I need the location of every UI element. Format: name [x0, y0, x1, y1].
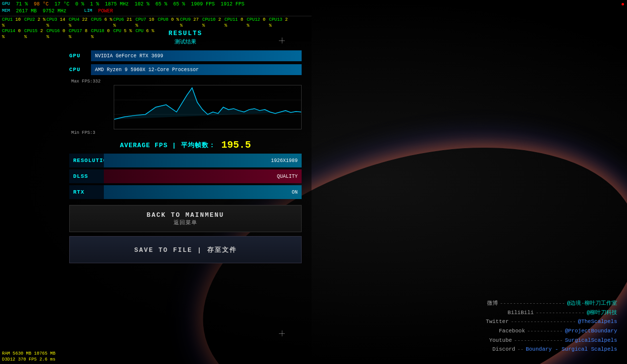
cpu-item-15: CPU16 0 % — [46, 29, 69, 40]
lim-val: POWER — [98, 8, 113, 15]
cpu-item-11: CPU12 0 % — [247, 17, 269, 29]
cpu-item-14: CPU15 2 % — [24, 29, 46, 40]
resolution-row: RESOLUTION 1926X1989 — [69, 154, 302, 167]
discord-row: Discord -- Boundary - Surgical Scalpels — [486, 345, 617, 354]
results-subtitle: 测试结果 — [69, 38, 302, 45]
gpu-label: GPU — [2, 1, 10, 8]
bilibili-divider: --------------- — [536, 308, 584, 318]
d3d-stat: D3D12 370 FPS 2.6 ms — [2, 357, 67, 363]
resolution-bar: 1926X1989 — [104, 154, 302, 167]
social-panel: 微博 -------------------- @边境·柳叶刀工作室 BiliB… — [486, 299, 617, 354]
dlss-row: DLSS QUALITY — [69, 169, 302, 183]
d3d-label: D3D12 — [2, 357, 15, 362]
cpu-item-12: CPU13 2 % — [269, 17, 291, 29]
gpu-result-label: GPU — [69, 53, 89, 59]
save-label: SAVE TO FILE | 存至文件 — [134, 245, 236, 254]
twitter-platform: Twitter — [486, 317, 509, 326]
results-title: RESULTS — [69, 30, 302, 37]
youtube-handle: SurgicalScalpels — [565, 336, 617, 345]
youtube-divider: --------------- — [514, 336, 563, 345]
max-fps-label: Max FPS:332 — [71, 79, 302, 84]
cpu-item-7: CPU8 0 % — [158, 17, 180, 29]
weibo-divider: -------------------- — [500, 299, 565, 308]
cpu-item-4: CPU5 6 % — [91, 17, 113, 29]
gpu-val5: 1 % — [90, 1, 99, 8]
gpu-result-bar: NVIDIA GeForce RTX 3699 — [91, 50, 302, 61]
dlss-label: DLSS — [69, 173, 104, 179]
mem-val2: 9752 MHz — [43, 8, 66, 15]
rtx-bar: ON — [104, 185, 302, 199]
d3d-val1: 370 FPS — [18, 357, 37, 362]
weibo-platform: 微博 — [487, 299, 498, 308]
weibo-handle: @边境·柳叶刀工作室 — [567, 299, 617, 308]
facebook-row: Facebook ----------- @ProjectBoundary — [486, 326, 617, 336]
lim-label: LIM — [84, 8, 92, 15]
mem-label: MEM — [2, 8, 10, 15]
ram-label: RAM — [2, 351, 10, 356]
bilibili-platform: BiliBili — [508, 308, 534, 318]
hud-panel: GPU 71 % 98 °C 17 °C 0 % 1 % 1875 MHz 10… — [0, 0, 312, 364]
cpu-item-0: CPU1 10 % — [2, 17, 24, 29]
ram-stat: RAM 5630 MB 10765 MB — [2, 351, 67, 357]
top-row-1: GPU 71 % 98 °C 17 °C 0 % 1 % 1875 MHz 10… — [2, 1, 310, 8]
red-indicator — [622, 3, 624, 5]
min-fps-label: Min FPS:3 — [71, 130, 302, 135]
gpu-fps1: 1909 FPS — [191, 1, 215, 8]
avg-fps-display: AVERAGE FPS | 平均帧数： 195.5 — [69, 139, 302, 151]
twitter-divider: -------------------- — [511, 317, 576, 326]
discord-divider: -- — [517, 345, 524, 354]
gpu-val8: 65 % — [155, 1, 167, 8]
gpu-val9: 65 % — [173, 1, 185, 8]
cpu-item-5: CPU6 21 % — [113, 17, 135, 29]
avg-fps-label: AVERAGE FPS | 平均帧数： — [120, 141, 215, 150]
fps-graph-container: Max FPS:332 Min FPS:3 — [69, 79, 302, 135]
gpu-fan: 0 % — [75, 1, 84, 8]
gpu-result-value: NVIDIA GeForce RTX 3699 — [95, 53, 163, 59]
back-sub-label: 返回菜单 — [174, 219, 197, 226]
cpu-item-2: CPU3 14 % — [46, 17, 69, 29]
cpu-item-10: CPU11 8 % — [224, 17, 247, 29]
gpu-usage: 71 % — [16, 1, 28, 8]
twitter-row: Twitter -------------------- @TheScalpel… — [486, 317, 617, 326]
gpu-temp: 98 °C — [34, 1, 48, 8]
facebook-platform: Facebook — [499, 326, 525, 336]
rtx-row: RTX ON — [69, 185, 302, 199]
dlss-bar: QUALITY — [104, 169, 302, 183]
dlss-value: QUALITY — [277, 174, 298, 179]
weibo-row: 微博 -------------------- @边境·柳叶刀工作室 — [486, 299, 617, 308]
facebook-divider: ----------- — [527, 326, 563, 336]
ram-val2: 10765 MB — [34, 351, 55, 356]
results-panel: RESULTS 测试结果 GPU NVIDIA GeForce RTX 3699… — [69, 30, 302, 267]
cpu-item-13: CPU14 0 % — [2, 29, 24, 40]
twitter-handle: @TheScalpels — [578, 317, 617, 326]
top-stats-bar: GPU 71 % 98 °C 17 °C 0 % 1 % 1875 MHz 10… — [0, 0, 312, 16]
d3d-val2: 2.6 ms — [40, 357, 55, 362]
gpu-val7: 102 % — [134, 1, 149, 8]
avg-fps-value: 195.5 — [222, 139, 251, 151]
cpu-result-bar: AMD Ryzen 9 5960X 12-Core Processor — [91, 64, 302, 75]
back-to-mainmenu-button[interactable]: BACK TO MAINMENU 返回菜单 — [69, 205, 302, 232]
discord-platform: Discord — [493, 345, 515, 354]
cpu-result-label: CPU — [69, 67, 89, 73]
cpu-item-6: CPU7 10 % — [135, 17, 158, 29]
cpu-result-value: AMD Ryzen 9 5960X 12-Core Processor — [95, 67, 199, 73]
youtube-platform: Youtube — [489, 336, 512, 345]
top-row-2: MEM 2617 MB 9752 MHz LIM POWER — [2, 8, 310, 15]
cpu-item-8: CPU9 27 % — [180, 17, 202, 29]
bilibili-handle: @柳叶刀科技 — [586, 308, 617, 318]
button-container: BACK TO MAINMENU 返回菜单 SAVE TO FILE | 存至文… — [69, 205, 302, 263]
bottom-stats: RAM 5630 MB 10765 MB D3D12 370 FPS 2.6 m… — [0, 350, 69, 364]
save-to-file-button[interactable]: SAVE TO FILE | 存至文件 — [69, 236, 302, 263]
rtx-label: RTX — [69, 189, 104, 195]
facebook-handle: @ProjectBoundary — [565, 326, 617, 336]
gpu-mhz: 1875 MHz — [105, 1, 129, 8]
resolution-label: RESOLUTION — [69, 158, 104, 163]
cpu-item-9: CPU10 2 % — [202, 17, 224, 29]
rtx-value: ON — [292, 190, 298, 195]
bilibili-row: BiliBili --------------- @柳叶刀科技 — [486, 308, 617, 318]
ram-val1: 5630 MB — [13, 351, 32, 356]
mem-val1: 2617 MB — [16, 8, 37, 15]
gpu-power-val: 17 °C — [54, 1, 69, 8]
gpu-fps2: 1912 FPS — [221, 1, 244, 8]
back-main-label: BACK TO MAINMENU — [147, 211, 224, 219]
